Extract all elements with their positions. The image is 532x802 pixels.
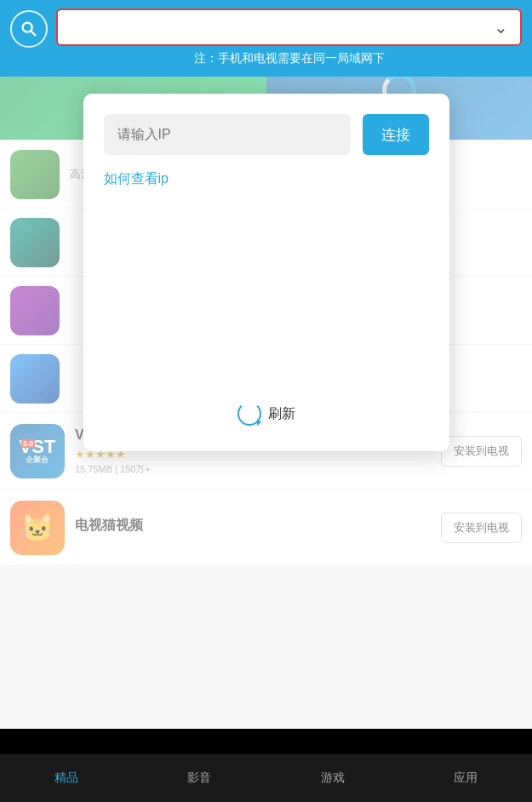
refresh-icon — [237, 402, 261, 426]
device-dropdown[interactable]: ⌄ — [56, 9, 522, 46]
search-icon[interactable] — [10, 10, 48, 48]
nav-item-yingyong[interactable]: 应用 — [399, 754, 532, 802]
header-right: ⌄ 注：手机和电视需要在同一局域网下 — [56, 9, 522, 70]
nav-label-yingyong: 应用 — [454, 770, 478, 786]
refresh-row[interactable]: 刷新 — [237, 402, 295, 426]
refresh-label: 刷新 — [268, 405, 295, 423]
chevron-down-icon: ⌄ — [494, 17, 508, 37]
device-list-area — [104, 202, 429, 302]
modal-top-row: 连接 — [104, 114, 429, 155]
modal-overlay: 连接 如何查看ip 刷新 — [0, 77, 532, 729]
nav-item-yinyin[interactable]: 影音 — [133, 754, 266, 802]
svg-line-1 — [31, 31, 35, 35]
nav-label-jingpin: 精品 — [54, 770, 78, 786]
modal-bottom-area: 刷新 — [104, 302, 429, 435]
header-note: 注：手机和电视需要在同一局域网下 — [56, 51, 522, 70]
nav-item-youxi[interactable]: 游戏 — [266, 754, 399, 802]
connect-modal: 连接 如何查看ip 刷新 — [83, 94, 449, 451]
nav-label-yinyin: 影音 — [187, 770, 211, 786]
nav-label-youxi: 游戏 — [321, 770, 345, 786]
connect-button[interactable]: 连接 — [363, 114, 429, 155]
bottom-nav: 精品 影音 游戏 应用 — [0, 754, 532, 802]
ip-input[interactable] — [104, 114, 351, 155]
main-content: 特色视频软件 电视加速 精选手机/电视加速应用 高清视频 — [0, 77, 532, 729]
nav-item-jingpin[interactable]: 精品 — [0, 754, 133, 802]
how-to-link[interactable]: 如何查看ip — [104, 170, 169, 188]
header-bar: ⌄ 注：手机和电视需要在同一局域网下 — [0, 0, 532, 77]
